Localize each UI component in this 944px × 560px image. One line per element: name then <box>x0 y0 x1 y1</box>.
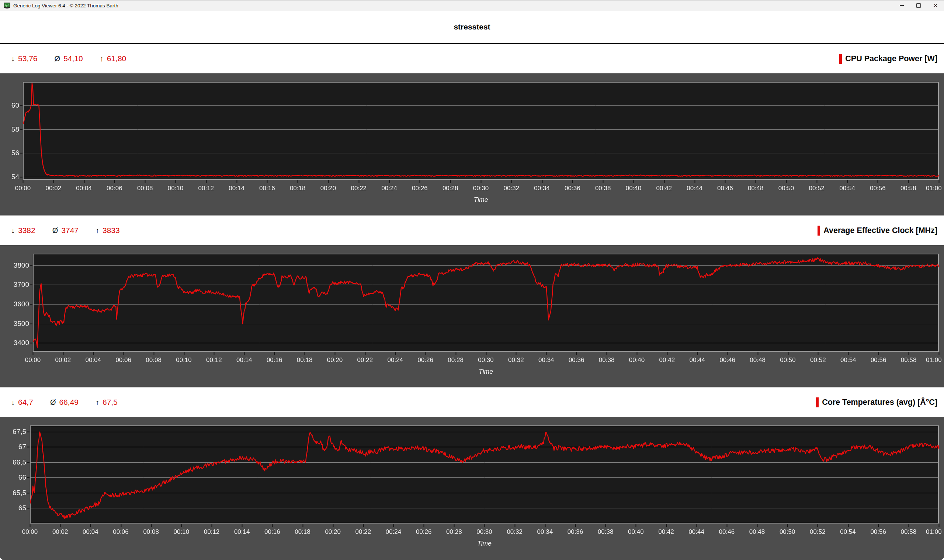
x-tick-label: 00:36 <box>568 528 584 536</box>
titlebar[interactable]: Generic Log Viewer 6.4 - © 2022 Thomas B… <box>0 0 944 11</box>
x-tick-label: 00:58 <box>901 357 917 364</box>
x-tick-label: 00:30 <box>473 185 489 192</box>
y-tick-label: 66,5 <box>12 458 26 466</box>
x-tick-label: 00:42 <box>659 357 675 364</box>
x-tick-label: 00:28 <box>446 528 462 536</box>
y-tick-label: 67,5 <box>12 428 26 436</box>
x-tick-label: 00:26 <box>416 528 432 536</box>
chart-plot-average-effective-clock[interactable] <box>0 245 944 388</box>
page-title-bar: stresstest <box>0 11 944 44</box>
chart-plot-cpu-package-power[interactable] <box>0 73 944 216</box>
x-tick-label: 00:52 <box>810 357 826 364</box>
minimize-button[interactable] <box>893 0 910 11</box>
x-tick-label: 00:22 <box>351 185 367 192</box>
x-tick-label: 00:02 <box>46 185 62 192</box>
x-tick-label: 00:56 <box>870 528 886 536</box>
stat-avg-value: 66,49 <box>59 398 79 407</box>
x-tick-label: 00:08 <box>146 357 162 364</box>
x-tick-label: 00:20 <box>327 357 343 364</box>
time-axis-title: Time <box>474 196 488 204</box>
min-arrow-icon: ↓ <box>11 398 15 407</box>
y-tick-label: 65,5 <box>12 489 26 497</box>
x-tick-label: 00:08 <box>143 528 159 536</box>
x-tick-label: 00:28 <box>442 185 458 192</box>
maximize-button[interactable] <box>910 0 927 11</box>
x-tick-label: 00:34 <box>537 528 553 536</box>
close-button[interactable]: ✕ <box>927 0 944 11</box>
y-tick-label: 3800 <box>14 262 29 269</box>
stat-avg-value: 3747 <box>61 226 79 235</box>
x-tick-label: 00:44 <box>687 185 702 192</box>
x-tick-label: 00:28 <box>448 357 464 364</box>
x-tick-label: 00:48 <box>748 185 764 192</box>
stat-max: ↑3833 <box>95 226 120 235</box>
x-tick-label: 00:02 <box>55 357 71 364</box>
stat-max-value: 67,5 <box>103 398 118 407</box>
x-tick-label: 00:06 <box>106 185 122 192</box>
x-tick-label: 00:34 <box>534 185 550 192</box>
x-tick-label: 00:00 <box>15 185 31 192</box>
x-tick-label: 00:06 <box>115 357 131 364</box>
stat-avg-value: 54,10 <box>63 54 83 63</box>
max-arrow-icon: ↑ <box>95 226 99 235</box>
x-tick-label: 00:00 <box>22 528 38 536</box>
chart-stats: ↓64,7Ø66,49↑67,5 <box>11 398 131 407</box>
x-tick-label: 00:18 <box>295 528 311 536</box>
x-tick-label: 00:24 <box>381 185 397 192</box>
x-tick-label: 00:46 <box>719 357 735 364</box>
x-tick-label: 00:20 <box>325 528 341 536</box>
y-tick-label: 3400 <box>14 339 29 347</box>
x-tick-label: 00:32 <box>507 528 522 536</box>
x-tick-label: 00:44 <box>688 528 704 536</box>
x-tick-label: 00:22 <box>357 357 373 364</box>
x-tick-label: 00:18 <box>290 185 306 192</box>
x-tick-label: 01:00 <box>926 357 942 364</box>
series-color-marker <box>816 397 819 408</box>
chart-title: Core Temperatures (avg) [Â°C] <box>822 398 937 407</box>
y-tick-label: 3700 <box>14 280 29 289</box>
stat-avg: Ø3747 <box>52 226 79 235</box>
chart-section-core-temperatures-avg: ↓64,7Ø66,49↑67,5Core Temperatures (avg) … <box>0 388 944 560</box>
stat-max-value: 61,80 <box>107 54 126 63</box>
x-tick-label: 00:18 <box>297 357 313 364</box>
window-controls: ✕ <box>893 0 944 11</box>
chart-panel-cpu-package-power: 5456586000:0000:0200:0400:0600:0800:1000… <box>0 73 944 216</box>
stat-max: ↑67,5 <box>95 398 118 407</box>
x-tick-label: 00:44 <box>690 357 705 364</box>
time-axis-title: Time <box>479 368 493 376</box>
minimize-icon <box>900 5 904 6</box>
x-tick-label: 00:40 <box>628 528 644 536</box>
x-tick-label: 00:54 <box>840 528 856 536</box>
chart-title-wrap: Average Effective Clock [MHz] <box>818 226 937 235</box>
x-tick-label: 00:30 <box>478 357 494 364</box>
x-tick-label: 00:42 <box>656 185 672 192</box>
chart-stats: ↓3382Ø3747↑3833 <box>11 226 133 235</box>
x-tick-label: 00:48 <box>749 528 765 536</box>
x-tick-label: 00:50 <box>780 357 796 364</box>
x-tick-label: 00:04 <box>83 528 99 536</box>
x-tick-label: 00:04 <box>86 357 102 364</box>
x-tick-label: 00:12 <box>199 185 214 192</box>
series-color-marker <box>839 54 842 64</box>
x-tick-label: 00:14 <box>236 357 252 364</box>
x-tick-label: 00:56 <box>870 185 886 192</box>
chart-stats: ↓53,76Ø54,10↑61,80 <box>11 54 139 63</box>
max-arrow-icon: ↑ <box>95 398 99 407</box>
chart-plot-core-temperatures-avg[interactable] <box>0 417 944 560</box>
min-arrow-icon: ↓ <box>11 226 15 235</box>
window-title: Generic Log Viewer 6.4 - © 2022 Thomas B… <box>13 3 119 8</box>
chart-stats-row: ↓53,76Ø54,10↑61,80CPU Package Power [W] <box>0 44 944 73</box>
stat-min: ↓53,76 <box>11 54 38 63</box>
stat-min-value: 64,7 <box>18 398 33 407</box>
stat-min: ↓64,7 <box>11 398 33 407</box>
stat-avg: Ø66,49 <box>50 398 79 407</box>
stat-max: ↑61,80 <box>100 54 126 63</box>
x-tick-label: 00:38 <box>598 528 614 536</box>
x-tick-label: 00:04 <box>76 185 92 192</box>
x-tick-label: 00:08 <box>137 185 153 192</box>
log-viewer-app-icon <box>4 3 10 8</box>
x-tick-label: 00:30 <box>476 528 492 536</box>
x-tick-label: 00:54 <box>839 185 855 192</box>
x-tick-label: 00:34 <box>538 357 554 364</box>
time-axis-title: Time <box>477 540 491 548</box>
